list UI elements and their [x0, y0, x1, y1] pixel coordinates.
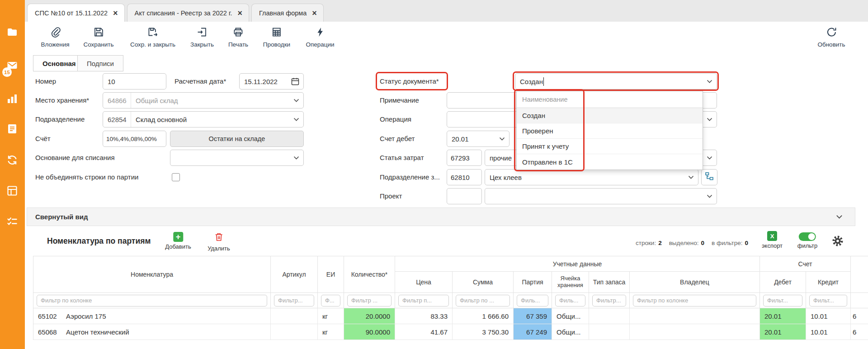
- tab-sps-document[interactable]: СПС №10 от 15.11.2022 ×: [27, 4, 125, 22]
- filter-input-cell[interactable]: [555, 295, 585, 307]
- col-header-batch[interactable]: Партия: [514, 272, 552, 293]
- export-excel-button[interactable]: X экспорт: [762, 231, 783, 249]
- no-merge-checkbox[interactable]: [172, 173, 180, 181]
- cell-storage-cell[interactable]: Общи...: [552, 308, 589, 324]
- writeoff-reason-select[interactable]: [170, 150, 304, 166]
- col-header-sum[interactable]: Сумма: [453, 272, 514, 293]
- cell-overflow[interactable]: 6: [851, 308, 868, 324]
- postings-button[interactable]: Проводки: [263, 26, 290, 48]
- filter-input-owner[interactable]: [633, 295, 756, 307]
- save-close-button[interactable]: Сохр. и закрыть: [130, 26, 175, 48]
- cell-unit[interactable]: кг: [318, 308, 344, 324]
- cost-department-select[interactable]: Цех клеев: [485, 169, 698, 185]
- cell-stock-type[interactable]: [589, 324, 630, 340]
- tab-close-icon[interactable]: ×: [312, 9, 317, 17]
- filter-input-debit[interactable]: [763, 295, 802, 307]
- status-option-created[interactable]: Создан: [517, 108, 703, 123]
- cell-debit[interactable]: 20.01: [760, 324, 806, 340]
- filter-input-qty[interactable]: [347, 295, 392, 307]
- save-button[interactable]: Сохранить: [83, 26, 113, 48]
- filter-input-credit[interactable]: [809, 295, 847, 307]
- attachments-button[interactable]: Вложения: [41, 26, 69, 48]
- refresh-button[interactable]: Обновить: [817, 26, 845, 48]
- status-option-accepted[interactable]: Принят к учету: [517, 139, 703, 154]
- col-header-article[interactable]: Артикул: [271, 256, 318, 293]
- print-button[interactable]: Печать: [228, 26, 248, 48]
- cell-article[interactable]: [271, 324, 318, 340]
- col-header-unit[interactable]: ЕИ: [318, 256, 344, 293]
- cell-nomenclature[interactable]: 65068Ацетон технический: [33, 324, 271, 340]
- cell-credit[interactable]: 10.01: [806, 308, 851, 324]
- filter-input-article[interactable]: [274, 295, 314, 307]
- report-icon[interactable]: [6, 123, 19, 135]
- tasks-icon[interactable]: [6, 215, 19, 228]
- debit-account-select[interactable]: 20.01: [447, 131, 509, 147]
- sync-icon[interactable]: [6, 154, 19, 166]
- project-select[interactable]: [485, 188, 717, 204]
- folder-icon[interactable]: [6, 26, 19, 38]
- modules-icon[interactable]: [6, 184, 19, 197]
- cell-storage-cell[interactable]: Общи...: [552, 324, 589, 340]
- cell-owner[interactable]: [630, 308, 760, 324]
- status-combobox[interactable]: Создан: [515, 73, 717, 90]
- filter-input-unit[interactable]: [321, 295, 340, 307]
- col-header-price[interactable]: Цена: [395, 272, 453, 293]
- tab-signatures[interactable]: Подписи: [77, 55, 123, 71]
- tab-close-icon[interactable]: ×: [113, 9, 118, 17]
- col-header-debit[interactable]: Дебет: [760, 272, 806, 293]
- col-header-owner[interactable]: Владелец: [630, 272, 760, 293]
- hierarchy-picker-button[interactable]: [701, 169, 717, 185]
- col-header-credit[interactable]: Кредит: [806, 272, 851, 293]
- add-row-button[interactable]: + Добавить: [165, 232, 191, 250]
- delete-row-button[interactable]: Удалить: [208, 232, 230, 252]
- tab-close-icon[interactable]: ×: [237, 9, 242, 17]
- storage-select[interactable]: 64866 Общий склад: [103, 92, 304, 108]
- filter-input-sum[interactable]: [456, 295, 510, 307]
- cell-sum[interactable]: 3 750.30: [453, 324, 514, 340]
- cost-item-code-input[interactable]: 67293: [447, 150, 482, 166]
- status-option-checked[interactable]: Проверен: [517, 123, 703, 139]
- number-input[interactable]: 10: [103, 73, 166, 90]
- close-document-button[interactable]: Закрыть: [190, 26, 214, 48]
- cell-overflow[interactable]: 6: [851, 324, 868, 340]
- cell-sum[interactable]: 1 666.60: [453, 308, 514, 324]
- tab-writeoff-register[interactable]: Акт списания - Реестр за 2022 г. ×: [127, 4, 249, 22]
- cell-owner[interactable]: [630, 324, 760, 340]
- cell-credit[interactable]: 10.01: [806, 324, 851, 340]
- toggle-on-icon[interactable]: [799, 232, 816, 241]
- cell-article[interactable]: [271, 308, 318, 324]
- cell-qty[interactable]: 90.0000: [344, 324, 395, 340]
- calendar-icon[interactable]: [291, 77, 303, 86]
- grid-settings-button[interactable]: [832, 235, 844, 249]
- col-header-qty[interactable]: Количество*: [344, 256, 395, 293]
- cell-batch[interactable]: 67 359: [514, 308, 552, 324]
- cell-unit[interactable]: кг: [318, 324, 344, 340]
- col-header-cell[interactable]: Ячейка хранения: [552, 272, 589, 293]
- filter-input-batch[interactable]: [517, 295, 548, 307]
- cell-qty[interactable]: 20.0000: [344, 308, 395, 324]
- tab-main-form[interactable]: Главная форма ×: [251, 4, 324, 22]
- project-code-input[interactable]: [447, 188, 482, 204]
- cell-debit[interactable]: 20.01: [760, 308, 806, 324]
- col-header-stock-type[interactable]: Тип запаса: [589, 272, 630, 293]
- chart-icon[interactable]: [6, 92, 19, 105]
- stock-remainders-button[interactable]: Остатки на складе: [170, 131, 304, 147]
- cell-price[interactable]: 83.33: [395, 308, 453, 324]
- cost-department-code-input[interactable]: 62810: [447, 169, 482, 185]
- filter-input-nomenclature[interactable]: [37, 295, 267, 307]
- chevron-down-icon[interactable]: [836, 215, 847, 219]
- calc-date-input[interactable]: 15.11.2022: [239, 73, 304, 90]
- cell-stock-type[interactable]: [589, 308, 630, 324]
- cell-price[interactable]: 41.67: [395, 324, 453, 340]
- cell-nomenclature[interactable]: 65102Аэросил 175: [33, 308, 271, 324]
- cell-batch[interactable]: 67 249: [514, 324, 552, 340]
- account-input[interactable]: 10%,4%,08%,00%: [103, 131, 166, 147]
- department-select[interactable]: 62854 Склад основной: [103, 111, 304, 127]
- operations-button[interactable]: Операции: [306, 26, 334, 48]
- filter-input-stock-type[interactable]: [592, 295, 626, 307]
- status-option-sent-1c[interactable]: Отправлен в 1С: [517, 154, 703, 170]
- filter-input-price[interactable]: [398, 295, 449, 307]
- filter-toggle[interactable]: фильтр: [797, 232, 817, 249]
- col-header-nomenclature[interactable]: Номенклатура: [33, 256, 271, 293]
- collapsed-view-bar[interactable]: Свернутый вид: [27, 208, 855, 226]
